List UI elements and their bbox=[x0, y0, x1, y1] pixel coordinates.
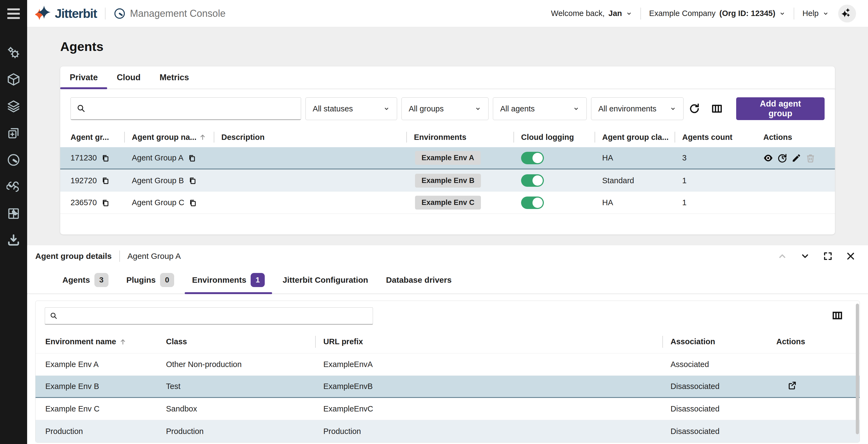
cell-cloud-logging bbox=[514, 197, 595, 209]
cell-environment-name: Production bbox=[45, 427, 166, 436]
console-title: Management Console bbox=[130, 8, 225, 19]
tab-cloud[interactable]: Cloud bbox=[107, 66, 150, 89]
help-menu[interactable]: Help bbox=[802, 9, 829, 18]
tab-jitterbit-configuration[interactable]: Jitterbit Configuration bbox=[275, 267, 375, 294]
agents-search-input[interactable] bbox=[70, 97, 301, 120]
copy-icon[interactable] bbox=[101, 176, 109, 184]
cell-actions bbox=[776, 381, 850, 392]
copy-icon[interactable] bbox=[101, 199, 109, 207]
add-agent-group-button[interactable]: Add agent group bbox=[736, 97, 825, 120]
chevron-down-icon bbox=[475, 105, 481, 112]
cell-url-prefix: ExampleEnvC bbox=[315, 404, 662, 413]
copy-plus-icon bbox=[6, 126, 21, 140]
cell-actions bbox=[756, 153, 825, 163]
expand-panel-button[interactable] bbox=[823, 251, 833, 261]
tab-badge: 0 bbox=[160, 273, 174, 287]
col-agents-count[interactable]: Agents count bbox=[675, 133, 756, 142]
open-environment-icon[interactable] bbox=[787, 381, 797, 390]
copy-icon[interactable] bbox=[188, 199, 197, 207]
environments-table-header: Environment name Class URL prefix Associ… bbox=[35, 330, 860, 353]
cell-association: Associated bbox=[662, 360, 776, 369]
environments-search-input[interactable] bbox=[45, 307, 373, 325]
col-environments[interactable]: Environments bbox=[406, 133, 514, 142]
history-button[interactable] bbox=[777, 153, 787, 163]
delete-button-disabled[interactable] bbox=[806, 153, 815, 163]
sidebar-item-plugins[interactable] bbox=[0, 200, 27, 227]
columns-button[interactable] bbox=[710, 102, 723, 115]
cell-class: Production bbox=[166, 427, 315, 436]
panel-controls bbox=[777, 251, 856, 261]
close-panel-button[interactable] bbox=[846, 251, 856, 261]
sidebar-item-projects[interactable] bbox=[0, 119, 27, 146]
table-row[interactable]: Example Env C Sandbox ExampleEnvC Disass… bbox=[35, 398, 860, 420]
table-row[interactable]: 192720 Agent Group B Example Env B Stand… bbox=[60, 169, 835, 192]
cell-url-prefix: ExampleEnvA bbox=[315, 360, 662, 369]
prev-row-button[interactable] bbox=[777, 251, 787, 261]
copy-icon[interactable] bbox=[101, 154, 109, 162]
col-cloud-logging[interactable]: Cloud logging bbox=[514, 133, 595, 142]
chevron-down-icon bbox=[823, 10, 829, 17]
col-url-prefix[interactable]: URL prefix bbox=[315, 337, 662, 346]
sidebar-item-connectors[interactable] bbox=[0, 173, 27, 200]
col-association[interactable]: Association bbox=[662, 337, 776, 346]
table-row[interactable]: 171230 Agent Group A Example Env A HA 3 bbox=[60, 147, 835, 169]
cloud-logging-toggle[interactable] bbox=[521, 197, 544, 209]
tab-agents[interactable]: Agents 3 bbox=[55, 267, 116, 294]
col-agent-group-id[interactable]: Agent gr... bbox=[70, 133, 124, 142]
tab-label: Environments bbox=[192, 275, 246, 285]
statuses-select[interactable]: All statuses bbox=[305, 97, 397, 120]
table-row[interactable]: Example Env A Other Non-production Examp… bbox=[35, 353, 860, 376]
chevron-down-icon bbox=[626, 10, 632, 17]
ai-assistant-button[interactable] bbox=[838, 5, 856, 23]
copy-icon[interactable] bbox=[188, 154, 196, 162]
vertical-scrollbar[interactable] bbox=[856, 304, 859, 434]
tab-label: Agents bbox=[62, 275, 90, 285]
cell-url-prefix: Production bbox=[315, 427, 662, 436]
sidebar-item-management-console[interactable] bbox=[0, 146, 27, 173]
sidebar-item-layers[interactable] bbox=[0, 93, 27, 119]
tab-database-drivers[interactable]: Database drivers bbox=[379, 267, 459, 294]
tab-metrics[interactable]: Metrics bbox=[150, 66, 198, 89]
agents-select[interactable]: All agents bbox=[493, 97, 587, 120]
edit-button[interactable] bbox=[792, 153, 801, 163]
col-description[interactable]: Description bbox=[214, 133, 406, 142]
tab-plugins[interactable]: Plugins 0 bbox=[119, 267, 182, 294]
history-clock-icon bbox=[777, 153, 787, 163]
view-agents-button[interactable] bbox=[763, 153, 773, 163]
main-area: Jitterbit Management Console Welcome bac… bbox=[27, 0, 868, 444]
app-root: Jitterbit Management Console Welcome bac… bbox=[0, 0, 868, 444]
environments-select[interactable]: All environments bbox=[591, 97, 684, 120]
sidebar-item-downloads[interactable] bbox=[0, 227, 27, 254]
col-agent-group-class[interactable]: Agent group cla... bbox=[595, 133, 675, 142]
cloud-logging-toggle[interactable] bbox=[521, 152, 544, 164]
table-row[interactable]: Example Env B Test ExampleEnvB Disassoci… bbox=[35, 376, 860, 398]
cube-icon bbox=[6, 72, 21, 87]
org-menu[interactable]: Example Company (Org ID: 12345) bbox=[649, 9, 785, 18]
agents-card: Private Cloud Metrics All statuses All g… bbox=[60, 66, 835, 235]
tab-private[interactable]: Private bbox=[60, 66, 107, 89]
col-environment-name[interactable]: Environment name bbox=[45, 337, 166, 346]
table-row[interactable]: Production Production Production Disasso… bbox=[35, 420, 860, 442]
search-icon bbox=[77, 104, 86, 113]
next-row-button[interactable] bbox=[800, 251, 810, 261]
environment-chip: Example Env B bbox=[415, 174, 481, 187]
sidebar-item-admin[interactable] bbox=[0, 39, 27, 66]
user-menu[interactable]: Welcome back, Jan bbox=[551, 9, 632, 18]
col-class[interactable]: Class bbox=[166, 337, 315, 346]
cell-id: 171230 bbox=[70, 153, 124, 162]
menu-icon[interactable] bbox=[0, 0, 27, 27]
col-agent-group-name[interactable]: Agent group na... bbox=[124, 133, 214, 142]
cell-class: HA bbox=[595, 153, 675, 162]
groups-select[interactable]: All groups bbox=[401, 97, 489, 120]
copy-icon[interactable] bbox=[188, 176, 196, 184]
refresh-button[interactable] bbox=[688, 102, 701, 115]
cell-cloud-logging bbox=[514, 174, 595, 187]
cell-class: Other Non-production bbox=[166, 360, 315, 369]
cloud-logging-toggle[interactable] bbox=[521, 174, 544, 187]
org-name: Example Company bbox=[649, 9, 716, 18]
columns-button[interactable] bbox=[832, 310, 844, 322]
table-row[interactable]: 236570 Agent Group C Example Env C HA 1 bbox=[60, 192, 835, 214]
sidebar-item-design[interactable] bbox=[0, 66, 27, 93]
jitterbit-logo[interactable]: Jitterbit bbox=[35, 6, 97, 22]
tab-environments[interactable]: Environments 1 bbox=[185, 267, 272, 294]
